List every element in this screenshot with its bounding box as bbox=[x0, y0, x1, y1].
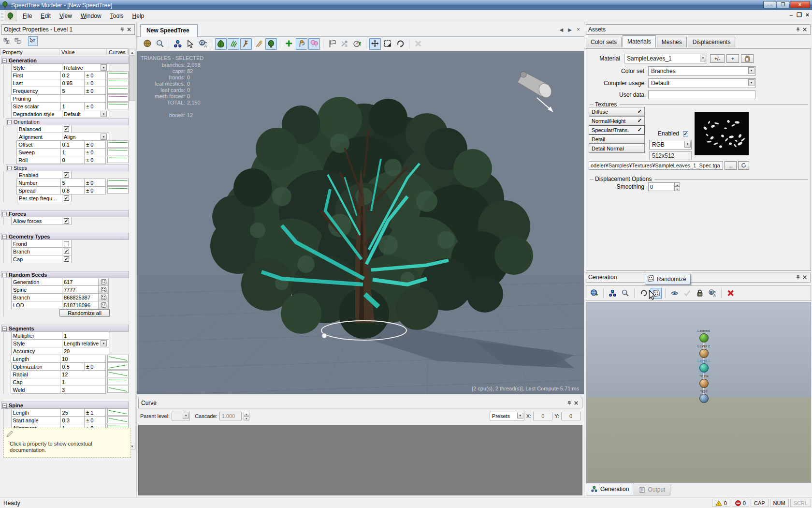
enable-icon[interactable] bbox=[682, 288, 693, 299]
document-tab[interactable]: New SpeedTree bbox=[140, 24, 198, 37]
curve-thumbnail[interactable] bbox=[107, 102, 129, 109]
material-add-remove-button[interactable]: +/- bbox=[710, 54, 725, 63]
texture-preview[interactable] bbox=[695, 112, 749, 155]
property-checkbox[interactable]: ✓ bbox=[62, 171, 72, 179]
property-value[interactable]: 3 bbox=[60, 386, 106, 394]
curve-thumbnail[interactable] bbox=[107, 148, 129, 155]
toolbar-grip[interactable] bbox=[1, 11, 3, 21]
curve-thumbnail[interactable] bbox=[107, 79, 129, 86]
property-variance[interactable]: ± 0 bbox=[84, 140, 106, 149]
pin-icon[interactable] bbox=[566, 400, 573, 406]
dice-icon[interactable] bbox=[98, 285, 109, 294]
close-icon[interactable] bbox=[801, 274, 808, 281]
new-generator-icon[interactable] bbox=[589, 288, 600, 299]
compiler-usage-select[interactable]: Default▼ bbox=[648, 78, 755, 88]
property-variance[interactable]: ± 0 bbox=[84, 79, 106, 87]
context-help-icon[interactable]: ? bbox=[28, 36, 38, 46]
lock-icon[interactable] bbox=[694, 288, 705, 299]
add-icon[interactable] bbox=[283, 38, 295, 50]
panel-tab-output[interactable]: Output bbox=[634, 484, 670, 495]
texture-slot-specular-trans-[interactable]: Specular/Trans.✓ bbox=[589, 125, 645, 134]
curve-thumbnail[interactable] bbox=[107, 87, 129, 94]
property-checkbox[interactable]: ✓ bbox=[62, 255, 72, 263]
subsection-steps[interactable]: −Steps bbox=[6, 164, 129, 171]
curve-thumbnail[interactable] bbox=[107, 355, 129, 362]
property-value[interactable]: 10 bbox=[60, 355, 106, 363]
property-dropdown[interactable]: Default▼ bbox=[62, 110, 109, 118]
darts-icon[interactable] bbox=[339, 38, 350, 50]
dice-icon[interactable] bbox=[98, 301, 109, 309]
property-value[interactable]: 20 bbox=[62, 347, 109, 355]
property-value[interactable]: 0 bbox=[60, 156, 85, 164]
property-value[interactable]: 25 bbox=[60, 408, 85, 417]
property-value[interactable]: 0.95 bbox=[60, 79, 85, 87]
menu-view[interactable]: View bbox=[55, 11, 76, 21]
camera-zoom-icon[interactable] bbox=[154, 38, 166, 50]
y-value[interactable]: 0 bbox=[561, 412, 580, 420]
property-dropdown[interactable]: Align▼ bbox=[62, 133, 109, 141]
property-checkbox[interactable]: ✓ bbox=[62, 247, 72, 255]
scrollbar-thumb[interactable] bbox=[129, 56, 135, 101]
collapse-all-icon[interactable] bbox=[13, 36, 23, 46]
marquee-icon[interactable] bbox=[382, 38, 393, 50]
property-value[interactable]: 5 bbox=[60, 87, 85, 95]
property-value[interactable]: 0.3 bbox=[60, 416, 85, 424]
material-add-button[interactable]: + bbox=[726, 54, 739, 63]
subsection-orientation[interactable]: −Orientation bbox=[6, 118, 129, 125]
color-set-select[interactable]: Branches▼ bbox=[648, 66, 755, 76]
property-value[interactable]: 0.8 bbox=[60, 186, 85, 194]
property-value[interactable]: 12 bbox=[60, 370, 106, 378]
curve-thumbnail[interactable] bbox=[107, 370, 129, 377]
section-geometry-types[interactable]: −Geometry Types bbox=[1, 233, 129, 240]
seed-value[interactable]: 868825387 bbox=[62, 293, 99, 301]
visibility-icon[interactable] bbox=[669, 288, 680, 299]
generator-node-tree[interactable] bbox=[699, 394, 709, 403]
property-value[interactable]: 0.2 bbox=[60, 71, 85, 79]
mdi-close-button[interactable]: × bbox=[806, 12, 809, 18]
x-value[interactable]: 0 bbox=[533, 412, 552, 420]
rotate-tool-icon[interactable] bbox=[394, 38, 406, 50]
presets-select[interactable]: Presets▼ bbox=[490, 412, 524, 420]
assets-tab-color-sets[interactable]: Color sets bbox=[586, 37, 622, 47]
property-value[interactable]: 1 bbox=[60, 102, 85, 110]
mdi-minimize-button[interactable]: – bbox=[790, 12, 793, 18]
curve-thumbnail[interactable] bbox=[107, 186, 129, 194]
enabled-checkbox[interactable]: ✓ bbox=[683, 131, 688, 136]
viewport-3d[interactable]: TRIANGLES - SELECTED branches:2,068caps:… bbox=[137, 51, 584, 394]
seed-value[interactable]: 7777 bbox=[62, 285, 99, 294]
tab-next-icon[interactable]: ▶ bbox=[568, 27, 572, 32]
assets-tab-displacements[interactable]: Displacements bbox=[688, 37, 736, 47]
curve-thumbnail[interactable] bbox=[107, 386, 129, 393]
property-checkbox[interactable]: ✓ bbox=[62, 217, 72, 225]
cascade-spinner[interactable]: ▲▼ bbox=[244, 412, 249, 420]
section-segments[interactable]: −Segments bbox=[1, 325, 129, 332]
property-value[interactable]: 5 bbox=[60, 179, 85, 187]
menu-window[interactable]: Window bbox=[76, 11, 106, 21]
property-variance[interactable]: ± 0 bbox=[84, 102, 106, 110]
property-variance[interactable]: ± 0 bbox=[84, 179, 106, 187]
curve-thumbnail[interactable] bbox=[107, 156, 129, 163]
mdi-restore-button[interactable]: ❐ bbox=[797, 12, 802, 18]
section-generation[interactable]: −Generation bbox=[1, 57, 129, 64]
delete-icon[interactable] bbox=[412, 38, 424, 50]
property-variance[interactable]: ± 0 bbox=[84, 416, 106, 424]
curve-editor-canvas[interactable] bbox=[138, 425, 582, 495]
property-variance[interactable]: ± 0 bbox=[84, 87, 106, 95]
section-spine[interactable]: −Spine bbox=[1, 402, 129, 409]
reload-icon[interactable] bbox=[738, 161, 749, 170]
close-icon[interactable] bbox=[126, 26, 132, 33]
property-dropdown[interactable]: Length relative▼ bbox=[62, 339, 109, 347]
generation-node-graph[interactable]: LeavesLevel 2Level 1TrunkTree bbox=[586, 302, 811, 483]
show-leaves-icon[interactable] bbox=[215, 38, 227, 50]
select-tool-icon[interactable] bbox=[185, 38, 196, 50]
texture-format-select[interactable]: RGB▼ bbox=[649, 140, 692, 149]
close-icon[interactable] bbox=[801, 26, 808, 33]
curve-thumbnail[interactable] bbox=[107, 416, 129, 423]
render-mode-icon[interactable] bbox=[142, 38, 153, 50]
property-variance[interactable]: ± 0 bbox=[84, 186, 106, 194]
close-button[interactable]: × bbox=[790, 1, 810, 8]
property-variance[interactable]: ± 0 bbox=[84, 156, 106, 164]
decoration-icon[interactable] bbox=[253, 38, 264, 50]
texture-slot-diffuse[interactable]: Diffuse✓ bbox=[589, 107, 645, 116]
pin-icon[interactable] bbox=[795, 26, 801, 33]
